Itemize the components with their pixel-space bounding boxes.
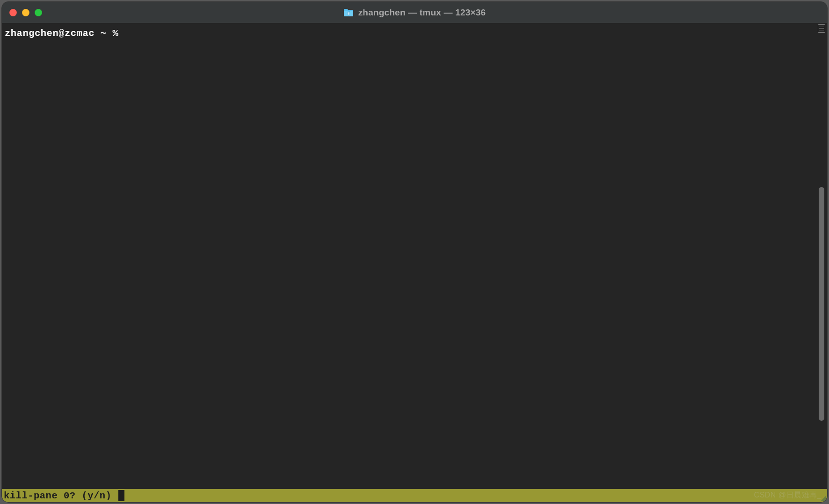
tmux-prompt: kill-pane 0? (y/n) bbox=[4, 490, 117, 501]
titlebar[interactable]: zhangchen — tmux — 123×36 bbox=[2, 2, 827, 23]
folder-icon bbox=[343, 8, 354, 17]
terminal-window: zhangchen — tmux — 123×36 zhangchen@zcma… bbox=[2, 2, 827, 502]
scrollbar[interactable] bbox=[817, 24, 826, 489]
cursor bbox=[118, 490, 124, 501]
close-button[interactable] bbox=[9, 9, 17, 16]
terminal-body[interactable]: zhangchen@zcmac ~ % kill-pane 0? (y/n) bbox=[2, 23, 827, 502]
terminal-content[interactable]: zhangchen@zcmac ~ % bbox=[2, 23, 827, 489]
tmux-status-bar[interactable]: kill-pane 0? (y/n) bbox=[2, 489, 827, 502]
svg-rect-0 bbox=[347, 12, 349, 15]
scrollbar-top-indicator-icon[interactable] bbox=[818, 24, 825, 33]
minimize-button[interactable] bbox=[22, 9, 29, 16]
window-controls bbox=[9, 9, 42, 16]
shell-prompt: zhangchen@zcmac ~ % bbox=[5, 28, 124, 39]
resize-corner-icon[interactable] bbox=[820, 495, 826, 501]
title-center: zhangchen — tmux — 123×36 bbox=[2, 2, 827, 23]
scrollbar-thumb[interactable] bbox=[819, 187, 824, 421]
maximize-button[interactable] bbox=[35, 9, 42, 16]
window-title: zhangchen — tmux — 123×36 bbox=[358, 7, 486, 18]
